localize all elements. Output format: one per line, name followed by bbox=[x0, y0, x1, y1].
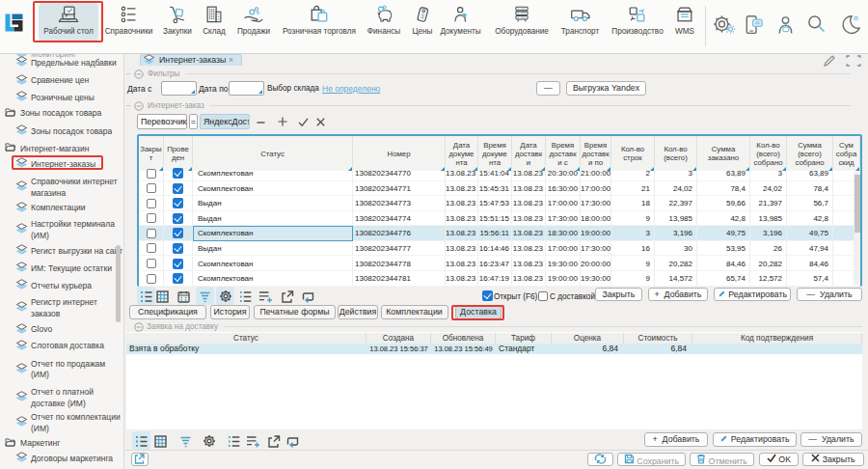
svg-text:$: $ bbox=[420, 12, 425, 21]
